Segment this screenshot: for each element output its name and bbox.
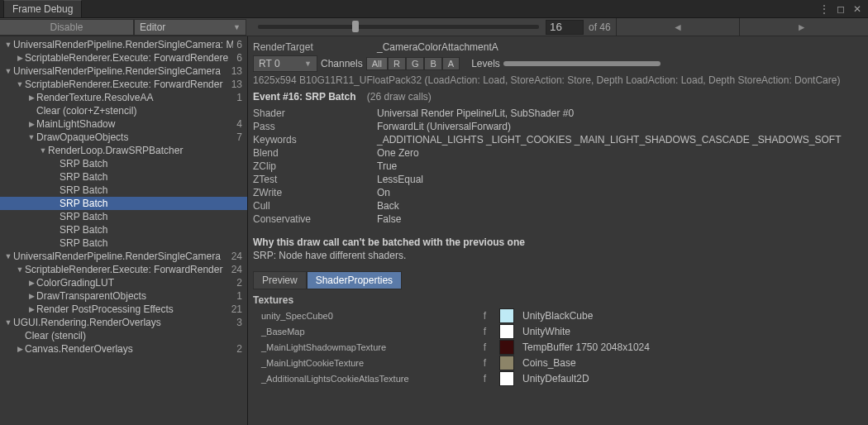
expand-arrow-icon[interactable]: ▼ bbox=[3, 318, 13, 327]
tree-row[interactable]: SRP Batch bbox=[0, 157, 247, 170]
prop-key: Pass bbox=[253, 121, 377, 132]
window-tab[interactable]: Frame Debug bbox=[3, 0, 82, 17]
expand-arrow-icon[interactable]: ▼ bbox=[15, 265, 25, 274]
rt-dropdown[interactable]: RT 0▼ bbox=[253, 55, 317, 72]
prop-key: ZTest bbox=[253, 174, 377, 185]
tab-shaderproperties[interactable]: ShaderProperties bbox=[307, 271, 402, 289]
channel-r[interactable]: R bbox=[388, 57, 406, 70]
tree-label: Canvas.RenderOverlays bbox=[25, 343, 233, 355]
texture-row[interactable]: _AdditionalLightsCookieAtlasTexturefUnit… bbox=[253, 370, 863, 386]
tree-row[interactable]: ▼ScriptableRenderer.Execute: ForwardRend… bbox=[0, 78, 247, 91]
prop-value: One Zero bbox=[377, 147, 419, 159]
tree-row[interactable]: SRP Batch bbox=[0, 197, 247, 210]
tree-count: 21 bbox=[228, 303, 242, 315]
rendertarget-label: RenderTarget bbox=[253, 41, 377, 53]
target-dropdown[interactable]: Editor▼ bbox=[134, 19, 246, 36]
channel-a[interactable]: A bbox=[442, 57, 460, 70]
prop-key: ZWrite bbox=[253, 187, 377, 198]
tree-label: ScriptableRenderer.Execute: ForwardRende… bbox=[25, 264, 228, 275]
event-tree[interactable]: ▼UniversalRenderPipeline.RenderSingleCam… bbox=[0, 36, 248, 425]
channel-b[interactable]: B bbox=[424, 57, 441, 70]
event-slider[interactable] bbox=[258, 25, 539, 29]
tree-count: 3 bbox=[233, 317, 242, 328]
tree-row[interactable]: SRP Batch bbox=[0, 184, 247, 197]
tree-label: SRP Batch bbox=[60, 184, 239, 196]
tree-count: 1 bbox=[233, 290, 242, 302]
channel-g[interactable]: G bbox=[406, 57, 425, 70]
batch-why-title: Why this draw call can't be batched with… bbox=[253, 236, 863, 248]
title-bar: Frame Debug ⋮ ◻ ✕ bbox=[0, 0, 868, 18]
texture-row[interactable]: unity_SpecCube0fUnityBlackCube bbox=[253, 308, 863, 323]
expand-arrow-icon[interactable]: ▶ bbox=[15, 54, 25, 62]
prop-key: Keywords bbox=[253, 134, 377, 146]
expand-arrow-icon[interactable]: ▶ bbox=[26, 292, 36, 300]
expand-arrow-icon[interactable]: ▶ bbox=[26, 120, 36, 128]
channel-all[interactable]: All bbox=[366, 57, 388, 70]
texture-row[interactable]: _MainLightCookieTexturefCoins_Base bbox=[253, 355, 863, 370]
tree-row[interactable]: ▼UniversalRenderPipeline.RenderSingleCam… bbox=[0, 64, 247, 78]
tree-row[interactable]: ▶Render PostProcessing Effects21 bbox=[0, 303, 247, 316]
tree-label: ScriptableRenderer.Execute: ForwardRende… bbox=[25, 52, 233, 64]
expand-arrow-icon[interactable]: ▶ bbox=[26, 305, 36, 313]
prop-value: Universal Render Pipeline/Lit, SubShader… bbox=[377, 107, 574, 119]
disable-button[interactable]: Disable bbox=[0, 19, 134, 36]
tree-label: SRP Batch bbox=[60, 211, 239, 222]
rt-meta: 1625x594 B10G11R11_UFloatPack32 (LoadAct… bbox=[253, 74, 863, 86]
prop-value: _ADDITIONAL_LIGHTS _LIGHT_COOKIES _MAIN_… bbox=[377, 134, 841, 146]
tree-row[interactable]: ▼UniversalRenderPipeline.RenderSingleCam… bbox=[0, 250, 247, 263]
next-button[interactable]: ► bbox=[739, 18, 863, 36]
expand-arrow-icon[interactable]: ▶ bbox=[26, 279, 36, 287]
tree-label: RenderTexture.ResolveAA bbox=[36, 92, 233, 103]
tree-row[interactable]: ▶ScriptableRenderer.Execute: ForwardRend… bbox=[0, 51, 247, 64]
rendertarget-value: _CameraColorAttachmentA bbox=[377, 41, 498, 53]
channels-label: Channels bbox=[321, 58, 363, 69]
tab-preview[interactable]: Preview bbox=[253, 271, 307, 289]
tree-row[interactable]: ▶RenderTexture.ResolveAA1 bbox=[0, 91, 247, 104]
expand-arrow-icon[interactable]: ▼ bbox=[3, 67, 13, 75]
expand-arrow-icon[interactable]: ▶ bbox=[15, 345, 25, 353]
tree-row[interactable]: ▶Canvas.RenderOverlays2 bbox=[0, 342, 247, 356]
expand-arrow-icon[interactable]: ▼ bbox=[15, 80, 25, 88]
expand-arrow-icon[interactable]: ▶ bbox=[26, 93, 36, 102]
batch-why-body: SRP: Node have different shaders. bbox=[253, 250, 863, 261]
tree-row[interactable]: SRP Batch bbox=[0, 210, 247, 223]
tree-row[interactable]: SRP Batch bbox=[0, 223, 247, 236]
texture-value: TempBuffer 1750 2048x1024 bbox=[522, 341, 650, 353]
tree-label: UGUI.Rendering.RenderOverlays bbox=[13, 317, 233, 328]
prop-value: False bbox=[377, 213, 401, 225]
tree-row[interactable]: SRP Batch bbox=[0, 236, 247, 250]
tree-row[interactable]: ▼UniversalRenderPipeline.RenderSingleCam… bbox=[0, 38, 247, 51]
tree-row[interactable]: ▼UGUI.Rendering.RenderOverlays3 bbox=[0, 316, 247, 329]
texture-row[interactable]: _BaseMapfUnityWhite bbox=[253, 323, 863, 339]
expand-arrow-icon[interactable]: ▼ bbox=[3, 41, 13, 49]
tree-row[interactable]: ▼DrawOpaqueObjects7 bbox=[0, 131, 247, 144]
close-icon[interactable]: ✕ bbox=[851, 3, 863, 15]
textures-heading: Textures bbox=[253, 294, 863, 306]
texture-row[interactable]: _MainLightShadowmapTexturefTempBuffer 17… bbox=[253, 339, 863, 355]
tree-row[interactable]: ▼RenderLoop.DrawSRPBatcher bbox=[0, 144, 247, 157]
tree-row[interactable]: Clear (color+Z+stencil) bbox=[0, 104, 247, 117]
tree-row[interactable]: ▶DrawTransparentObjects1 bbox=[0, 289, 247, 303]
prev-button[interactable]: ◄ bbox=[616, 18, 740, 36]
tree-label: DrawOpaqueObjects bbox=[36, 131, 233, 143]
expand-arrow-icon[interactable]: ▼ bbox=[38, 146, 48, 155]
tree-row[interactable]: ▶ColorGradingLUT2 bbox=[0, 276, 247, 289]
levels-label: Levels bbox=[471, 58, 500, 69]
prop-key: Conservative bbox=[253, 213, 377, 225]
tree-label: Clear (stencil) bbox=[25, 330, 239, 341]
tree-row[interactable]: ▶MainLightShadow4 bbox=[0, 117, 247, 131]
texture-name: _MainLightShadowmapTexture bbox=[253, 342, 466, 352]
event-index-input[interactable] bbox=[546, 20, 584, 35]
kebab-icon[interactable]: ⋮ bbox=[818, 3, 830, 15]
undock-icon[interactable]: ◻ bbox=[835, 3, 847, 15]
texture-value: Coins_Base bbox=[522, 357, 576, 369]
expand-arrow-icon[interactable]: ▼ bbox=[3, 252, 13, 260]
texture-swatch-icon bbox=[499, 371, 514, 386]
levels-slider[interactable] bbox=[503, 61, 661, 66]
tree-row[interactable]: Clear (stencil) bbox=[0, 329, 247, 342]
tree-row[interactable]: SRP Batch bbox=[0, 170, 247, 184]
prop-value: Back bbox=[377, 200, 399, 212]
tree-row[interactable]: ▼ScriptableRenderer.Execute: ForwardRend… bbox=[0, 263, 247, 276]
expand-arrow-icon[interactable]: ▼ bbox=[26, 133, 36, 141]
texture-value: UnityWhite bbox=[522, 326, 570, 337]
